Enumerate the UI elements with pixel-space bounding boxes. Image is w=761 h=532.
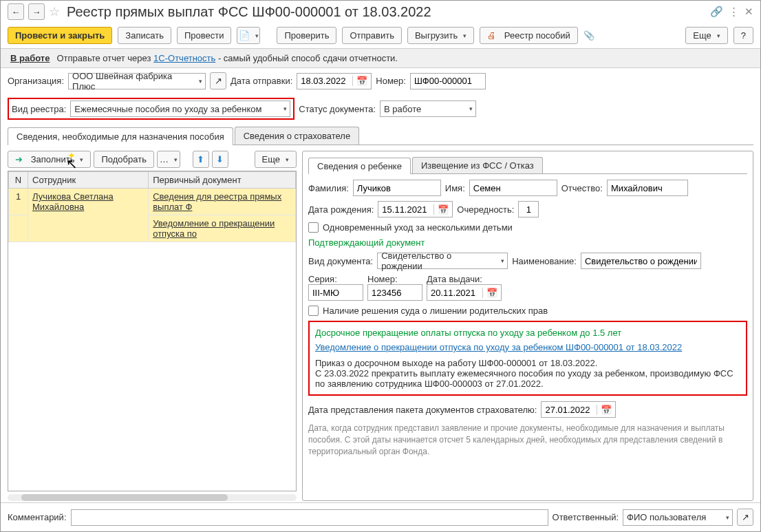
forward-button[interactable]: → [28,3,45,20]
confirm-doc-section: Подтверждающий документ [308,237,425,248]
patronymic-field[interactable] [607,180,688,196]
name-field[interactable] [469,180,557,196]
birthdate-field[interactable]: 📅 [378,201,453,217]
tab-assignment-info[interactable]: Сведения, необходимые для назначения пос… [8,127,233,145]
doctype-label: Вид документа: [308,256,373,266]
employee-table[interactable]: N Сотрудник Первичный документ 1 Лучиков… [8,171,297,491]
move-down-button[interactable]: ⬇ [212,151,228,168]
close-icon[interactable]: ✕ [744,6,753,18]
termination-notice-link[interactable]: Уведомление о прекращении отпуска по ухо… [315,342,682,352]
number-field[interactable] [410,73,486,89]
fill-button[interactable]: ➜ Заполнить [8,151,91,168]
check-button[interactable]: Проверить [277,27,336,44]
post-button[interactable]: Провести [177,27,232,44]
table-row[interactable]: 1 Лучикова Светлана Михайловна Сведения … [9,189,296,215]
menu-icon[interactable]: ⋮ [729,6,739,18]
multi-care-checkbox[interactable] [308,222,319,233]
back-button[interactable]: ← [8,3,24,20]
responsible-field[interactable]: ФИО пользователя [623,509,733,526]
col-employee: Сотрудник [28,172,149,189]
packdate-field[interactable]: 📅 [541,401,616,418]
org-label: Организация: [8,76,64,86]
number-label: Номер: [376,76,406,86]
comment-label: Комментарий: [8,512,67,522]
col-primary-doc: Первичный документ [149,172,296,189]
export-button[interactable]: Выгрузить [407,27,474,44]
senddate-label: Дата отправки: [231,76,292,86]
pick-button[interactable]: Подобрать [94,151,153,168]
registry-button[interactable]: 🖨 Реестр пособий [480,27,578,44]
responsible-label: Ответственный: [553,512,619,522]
org-field[interactable]: ООО Швейная фабрика Плюс [68,73,206,89]
tab-insurer-info[interactable]: Сведения о страхователе [235,127,359,145]
docname-label: Наименование: [512,256,577,266]
doctype-field[interactable]: Свидетельство о рождении [377,253,508,269]
docstatus-field[interactable]: В работе [380,100,476,117]
docnum-label: Номер: [367,274,422,284]
order-text-1: Приказ о досрочном выходе на работу ШФ00… [315,358,740,368]
name-label: Имя: [445,183,465,193]
status-link[interactable]: В работе [10,53,50,63]
docnum-field[interactable] [367,284,422,301]
write-button[interactable]: Записать [118,27,171,44]
docname-field[interactable] [581,253,701,269]
org-open-button[interactable]: ↗ [210,72,226,89]
packdate-label: Дата представления пакета документов стр… [308,405,537,415]
attachment-icon[interactable]: 📎 [583,30,594,41]
left-more-button[interactable]: Еще [255,151,297,168]
print-menu-button[interactable]: 📄 [237,27,260,44]
favorite-icon[interactable]: ☆ [49,4,60,19]
col-n: N [9,172,28,189]
birthdate-label: Дата рождения: [308,204,374,215]
tab-fss-notice[interactable]: Извещение из ФСС / Отказ [412,157,543,173]
regtype-label: Вид реестра: [12,104,66,114]
doc-link[interactable]: Уведомление о прекращении отпуска по [153,218,275,239]
series-label: Серия: [308,274,363,284]
help-button[interactable]: ? [733,27,753,44]
order-label: Очередность: [457,204,514,215]
issue-label: Дата выдачи: [427,274,502,284]
ellipsis-button[interactable]: … [157,151,180,168]
employee-link[interactable]: Лучикова Светлана Михайловна [32,191,114,212]
status-message: Отправьте отчет через 1С-Отчетность - са… [56,53,398,63]
responsible-open-button[interactable]: ↗ [737,509,753,526]
horizontal-scrollbar[interactable] [8,494,297,501]
court-decision-checkbox[interactable] [308,306,319,316]
doc-link[interactable]: Сведения для реестра прямых выплат Ф [153,191,281,212]
court-decision-label: Наличие решения суда о лишении родительс… [323,306,548,316]
order-field[interactable] [518,201,539,217]
more-button[interactable]: Еще [685,27,727,44]
early-termination-block: Досрочное прекращение оплаты отпуска по … [308,321,747,396]
report-link[interactable]: 1С-Отчетность [153,53,215,63]
post-close-button[interactable]: Провести и закрыть [8,27,112,44]
link-icon[interactable]: 🔗 [710,6,723,18]
tab-child-info[interactable]: Сведения о ребенке [308,158,411,174]
order-text-2: С 23.03.2022 прекратить выплату ежемесяч… [315,368,740,389]
senddate-field[interactable]: 📅 [297,73,372,89]
regtype-field[interactable]: Ежемесячные пособия по уходу за ребенком [70,100,290,117]
move-up-button[interactable]: ⬆ [193,151,209,168]
issue-field[interactable]: 📅 [427,284,502,301]
docstatus-label: Статус документа: [299,104,376,114]
help-text: Дата, когда сотрудник представил заявлен… [308,423,747,457]
multi-care-label: Одновременный уход за несколькими детьми [323,222,513,233]
surname-field[interactable] [353,180,441,196]
series-field[interactable] [308,284,363,301]
early-term-section: Досрочное прекращение оплаты отпуска по … [315,328,740,338]
patronymic-label: Отчество: [561,183,603,193]
send-button[interactable]: Отправить [342,27,401,44]
surname-label: Фамилия: [308,183,349,193]
window-title: Реестр прямых выплат ФСС ШФ00-000001 от … [67,4,431,20]
comment-field[interactable] [71,509,548,526]
